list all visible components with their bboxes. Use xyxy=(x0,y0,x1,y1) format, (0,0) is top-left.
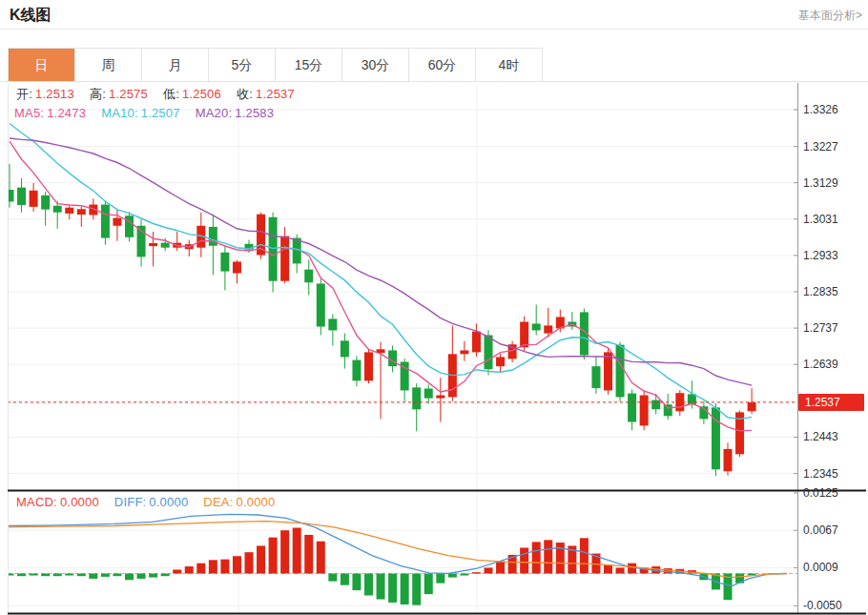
dea-value: DEA:0.0000 xyxy=(203,495,275,509)
svg-text:1.3031: 1.3031 xyxy=(803,213,838,226)
low-value: 低:1.2506 xyxy=(163,87,221,101)
header-divider xyxy=(0,29,868,30)
svg-text:0.0009: 0.0009 xyxy=(803,561,838,574)
svg-text:1.2933: 1.2933 xyxy=(803,249,838,262)
tab-5分[interactable]: 5分 xyxy=(208,49,275,81)
last-price-value: 1.2537 xyxy=(805,396,840,409)
svg-text:1.3227: 1.3227 xyxy=(803,140,838,154)
tab-周[interactable]: 周 xyxy=(74,49,141,81)
macd-value: MACD:0.0000 xyxy=(16,495,99,509)
fundamental-analysis-link[interactable]: 基本面分析> xyxy=(798,8,862,24)
tab-30分[interactable]: 30分 xyxy=(341,49,408,81)
diff-value: DIFF:0.0000 xyxy=(114,495,188,509)
period-tab-bar: 日周月5分15分30分60分4时 xyxy=(8,48,543,82)
svg-text:1.2639: 1.2639 xyxy=(803,358,838,371)
svg-text:1.2835: 1.2835 xyxy=(803,285,838,298)
svg-text:1.2737: 1.2737 xyxy=(803,321,838,335)
kline-widget: K线图 基本面分析> 日周月5分15分30分60分4时 1.33261.3227… xyxy=(0,0,868,615)
ma20-value: MA20:1.2583 xyxy=(196,106,275,120)
ma10-value: MA10:1.2507 xyxy=(101,106,180,120)
tab-4时[interactable]: 4时 xyxy=(475,49,542,81)
page-title: K线图 xyxy=(10,6,52,26)
ohlc-legend: 开:1.2513高:1.2575低:1.2506收:1.2537 xyxy=(16,86,310,103)
tab-15分[interactable]: 15分 xyxy=(275,49,341,81)
svg-text:1.3326: 1.3326 xyxy=(803,103,838,116)
svg-text:-0.0050: -0.0050 xyxy=(803,599,842,612)
tab-月[interactable]: 月 xyxy=(141,49,208,81)
ma-legend: MA5:1.2473MA10:1.2507MA20:1.2583 xyxy=(14,106,289,120)
svg-text:1.2443: 1.2443 xyxy=(803,430,838,443)
close-value: 收:1.2537 xyxy=(237,87,295,101)
ma5-value: MA5:1.2473 xyxy=(14,106,86,120)
open-value: 开:1.2513 xyxy=(16,87,74,101)
svg-text:1.3129: 1.3129 xyxy=(803,176,838,190)
svg-text:1.2345: 1.2345 xyxy=(803,467,838,481)
svg-text:0.0067: 0.0067 xyxy=(803,523,838,537)
high-value: 高:1.2575 xyxy=(90,87,148,101)
tab-日[interactable]: 日 xyxy=(9,49,74,81)
tab-60分[interactable]: 60分 xyxy=(408,49,475,81)
svg-text:0.0125: 0.0125 xyxy=(803,486,838,500)
macd-legend: MACD:0.0000DIFF:0.0000DEA:0.0000 xyxy=(16,495,290,509)
candlestick-chart[interactable]: 1.33261.32271.31291.30311.29331.28351.27… xyxy=(0,82,868,615)
last-price-tag: 1.2537 xyxy=(798,394,864,411)
